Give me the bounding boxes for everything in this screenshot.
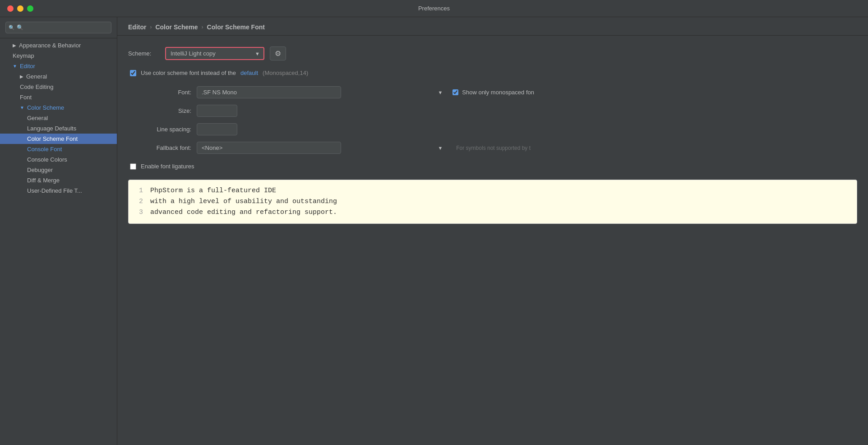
sidebar-item-diff-merge[interactable]: Diff & Merge xyxy=(0,175,117,185)
titlebar: Preferences xyxy=(0,0,868,17)
sidebar-item-label: Color Scheme xyxy=(27,104,64,111)
sidebar-item-cs-general[interactable]: General xyxy=(0,113,117,123)
line-number-2: 2 xyxy=(136,196,143,207)
use-color-scheme-font-row: Use color scheme font instead of the def… xyxy=(130,70,857,76)
sidebar-item-label: Console Colors xyxy=(27,156,67,163)
scheme-row: Scheme: IntelliJ Light copy ▼ ⚙ xyxy=(128,46,857,60)
sidebar-item-label: Color Scheme Font xyxy=(27,135,78,142)
sidebar-item-label: User-Defined File T... xyxy=(27,187,82,194)
line-text-2: with a high level of usability and outst… xyxy=(150,196,337,207)
default-hint: (Monospaced,14) xyxy=(263,70,308,76)
sidebar-item-label: Font xyxy=(20,94,32,101)
sidebar-item-appearance-behavior[interactable]: ▶ Appearance & Behavior xyxy=(0,40,117,51)
preview-line-1: 1 PhpStorm is a full-featured IDE xyxy=(136,185,850,196)
arrow-icon: ▼ xyxy=(13,64,17,69)
font-select-wrap: .SF NS Mono ▼ xyxy=(197,86,447,98)
sidebar-item-label: Console Font xyxy=(27,146,62,153)
line-text-1: PhpStorm is a full-featured IDE xyxy=(150,185,276,196)
ligature-row: Enable font ligatures xyxy=(130,163,857,170)
sidebar-item-console-font[interactable]: Console Font xyxy=(0,144,117,154)
sidebar-item-font[interactable]: Font xyxy=(0,92,117,102)
arrow-icon: ▶ xyxy=(20,74,23,79)
fallback-hint: For symbols not supported by t xyxy=(452,145,534,151)
chevron-down-icon: ▼ xyxy=(438,90,443,95)
preview-area: 1 PhpStorm is a full-featured IDE 2 with… xyxy=(128,180,857,224)
sidebar-item-label: Diff & Merge xyxy=(27,177,60,184)
minimize-button[interactable] xyxy=(17,5,23,12)
default-link[interactable]: default xyxy=(240,70,258,76)
sidebar-item-label: Code Editing xyxy=(20,83,53,90)
close-button[interactable] xyxy=(7,5,14,12)
monospaced-checkbox[interactable] xyxy=(452,89,458,95)
ligatures-label: Enable font ligatures xyxy=(141,163,194,170)
sidebar-item-console-colors[interactable]: Console Colors xyxy=(0,154,117,165)
window-controls xyxy=(7,5,33,12)
maximize-button[interactable] xyxy=(27,5,33,12)
gear-button[interactable]: ⚙ xyxy=(270,46,286,60)
sidebar-item-editor[interactable]: ▼ Editor xyxy=(0,61,117,71)
fallback-font-label: Fallback font: xyxy=(128,144,191,151)
ligatures-checkbox[interactable] xyxy=(130,163,136,170)
size-field-label: Size: xyxy=(128,107,191,114)
sidebar-item-color-scheme[interactable]: ▼ Color Scheme xyxy=(0,102,117,113)
sidebar-item-general[interactable]: ▶ General xyxy=(0,71,117,82)
scheme-dropdown-wrap: IntelliJ Light copy ▼ xyxy=(165,47,264,60)
breadcrumb-sep1: › xyxy=(150,24,152,30)
preview-line-2: 2 with a high level of usability and out… xyxy=(136,196,850,207)
search-wrap: 🔍 xyxy=(5,22,111,33)
breadcrumb-part3: Color Scheme Font xyxy=(207,23,265,31)
line-spacing-input[interactable]: 1.2 xyxy=(197,123,237,135)
sidebar-item-label: Editor xyxy=(20,63,35,70)
sidebar-item-debugger[interactable]: Debugger xyxy=(0,165,117,175)
search-icon: 🔍 xyxy=(9,25,15,31)
arrow-icon: ▶ xyxy=(13,43,16,48)
use-color-scheme-font-label: Use color scheme font instead of the xyxy=(141,70,236,76)
main-panel: Editor › Color Scheme › Color Scheme Fon… xyxy=(117,17,868,445)
chevron-down-icon: ▼ xyxy=(438,145,443,151)
font-select[interactable]: .SF NS Mono xyxy=(197,86,341,98)
preferences-window: Preferences 🔍 ▶ Appearance & Behavior Ke… xyxy=(0,0,868,445)
fallback-font-select-wrap: <None> ▼ xyxy=(197,142,447,154)
breadcrumb-sep2: › xyxy=(202,24,203,30)
preview-line-3: 3 advanced code editing and refactoring … xyxy=(136,207,850,218)
sidebar-item-label: Debugger xyxy=(27,167,53,173)
sidebar-item-color-scheme-font[interactable]: Color Scheme Font xyxy=(0,134,117,144)
panel-body: Scheme: IntelliJ Light copy ▼ ⚙ Use colo… xyxy=(117,36,868,445)
line-number-3: 3 xyxy=(136,207,143,218)
sidebar-item-label: Language Defaults xyxy=(27,125,76,132)
search-bar: 🔍 xyxy=(0,17,117,38)
monospaced-label: Show only monospaced fon xyxy=(462,89,534,96)
scheme-label: Scheme: xyxy=(128,50,160,57)
line-number-1: 1 xyxy=(136,185,143,196)
scheme-dropdown[interactable]: IntelliJ Light copy xyxy=(165,47,264,60)
sidebar-nav: ▶ Appearance & Behavior Keymap ▼ Editor … xyxy=(0,38,117,445)
line-text-3: advanced code editing and refactoring su… xyxy=(150,207,337,218)
breadcrumb-part1: Editor xyxy=(128,23,146,31)
sidebar-item-label: Keymap xyxy=(13,52,34,59)
sidebar-item-keymap[interactable]: Keymap xyxy=(0,51,117,61)
sidebar-item-label: General xyxy=(26,73,47,80)
main-content: 🔍 ▶ Appearance & Behavior Keymap ▼ Edito xyxy=(0,17,868,445)
fallback-font-select[interactable]: <None> xyxy=(197,142,341,154)
size-input[interactable]: 16 xyxy=(197,105,237,117)
sidebar-item-code-editing[interactable]: Code Editing xyxy=(0,82,117,92)
sidebar-item-label: General xyxy=(27,115,48,121)
line-spacing-label: Line spacing: xyxy=(128,126,191,133)
breadcrumb: Editor › Color Scheme › Color Scheme Fon… xyxy=(117,17,868,36)
fields-grid: Font: .SF NS Mono ▼ Show only monospaced… xyxy=(128,86,534,154)
font-field-label: Font: xyxy=(128,89,191,96)
use-color-scheme-font-checkbox[interactable] xyxy=(130,70,136,76)
search-input[interactable] xyxy=(5,22,111,33)
window-title: Preferences xyxy=(418,5,450,12)
sidebar: 🔍 ▶ Appearance & Behavior Keymap ▼ Edito xyxy=(0,17,117,445)
arrow-icon: ▼ xyxy=(20,105,24,110)
breadcrumb-part2: Color Scheme xyxy=(155,23,198,31)
sidebar-item-label: Appearance & Behavior xyxy=(19,42,81,49)
monospaced-check-row: Show only monospaced fon xyxy=(452,89,534,96)
sidebar-item-language-defaults[interactable]: Language Defaults xyxy=(0,123,117,134)
sidebar-item-user-defined[interactable]: User-Defined File T... xyxy=(0,185,117,196)
